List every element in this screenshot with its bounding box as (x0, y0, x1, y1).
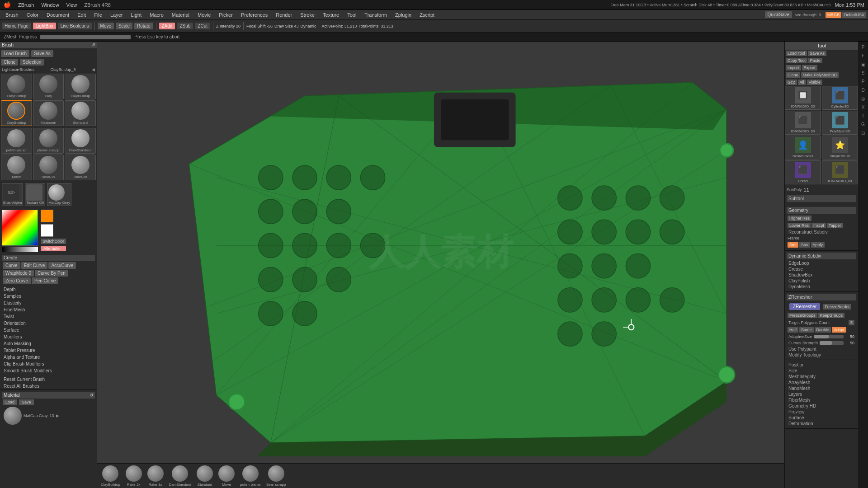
brush-planar[interactable]: planar-scrapp (33, 128, 64, 154)
live-booleans-tab[interactable]: Live Booleans (58, 23, 92, 29)
nav-solo-icon[interactable]: ◎ (860, 95, 866, 103)
save-as-tool-btn[interactable]: Save As (808, 51, 826, 56)
wrapmode-btn[interactable]: WrapMode 0 (3, 270, 34, 277)
canvas-area[interactable]: 人人素材 ClayBuildup Rake-2x Rake-3x (97, 42, 784, 488)
switch-color-btn[interactable]: SwitchColor (41, 239, 66, 244)
menu-light[interactable]: Light (127, 11, 145, 19)
zremesher-section-title[interactable]: ZRemesher (787, 294, 856, 300)
meshintegrity-item[interactable]: MeshIntegrity (787, 374, 856, 380)
menu-brush[interactable]: Brush (2, 11, 22, 19)
curve-btn[interactable]: Curve (3, 262, 20, 269)
crease-item[interactable]: Crease (787, 266, 856, 272)
claypolish-item[interactable]: ClayPolish (787, 278, 856, 284)
adaptive-size-slider[interactable] (814, 335, 844, 338)
move-btn[interactable]: Move (98, 23, 114, 29)
size-item[interactable]: Size (787, 368, 856, 374)
make-polymesh-btn[interactable]: Make PolyMesh3D (801, 72, 839, 78)
menu-texture[interactable]: Texture (319, 11, 343, 19)
brush-clay[interactable]: Clay (33, 74, 64, 99)
load-btn[interactable]: Load (3, 399, 17, 405)
position-item[interactable]: Position (787, 362, 856, 368)
brush-standard[interactable]: Standard (65, 100, 96, 126)
brush-claybuildup-2[interactable]: ClayBuildup (65, 74, 96, 99)
alpha-texture-option[interactable]: Alpha and Texture (0, 354, 97, 361)
zsub-btn[interactable]: ZSub (177, 23, 193, 29)
smooth-brush-option[interactable]: Smooth Brush Modifiers (0, 367, 97, 374)
nav-poly-icon[interactable]: P (861, 78, 866, 85)
arraymesh-item[interactable]: ArrayMesh (787, 380, 856, 385)
menu-zplugin[interactable]: Zplugin (392, 11, 415, 19)
double-btn[interactable]: Double (815, 327, 831, 333)
sav-btn[interactable]: Sav (799, 242, 810, 248)
twist-option[interactable]: Twist (0, 313, 97, 320)
shadowbox-item[interactable]: ShadowBox (787, 272, 856, 278)
zcut-btn[interactable]: ZCut (195, 23, 210, 29)
brush-polish[interactable]: polish-planar (1, 128, 32, 154)
dynamic-subdiv-title[interactable]: Dynamic Subdiv (787, 253, 856, 259)
brush-rake3x[interactable]: Rake-3x (65, 155, 96, 180)
import-btn[interactable]: Import (786, 65, 801, 70)
brush-collapse[interactable]: ◀ (92, 67, 95, 72)
clip-brush-option[interactable]: Clip Brush Modifiers (0, 361, 97, 367)
quicksave-button[interactable]: QuickSave (765, 11, 792, 18)
menu-render[interactable]: Render (272, 11, 296, 19)
menu-tool[interactable]: Tool (344, 11, 360, 19)
bottom-brush-damstandard[interactable]: DamStandard (169, 465, 191, 487)
matcap-arrow[interactable]: ▶ (56, 413, 59, 418)
keep-groups-btn[interactable]: KeepGroups (818, 313, 845, 318)
tapper-btn[interactable]: Tapper (827, 223, 843, 228)
apply-btn[interactable]: Apply (811, 242, 825, 248)
clone-tool-btn[interactable]: Clone (786, 72, 800, 78)
modify-topology-item[interactable]: Modify Topology (787, 352, 856, 358)
bottom-brush-rake3x[interactable]: Rake-3x (147, 465, 164, 487)
primary-color[interactable] (41, 210, 53, 222)
edit-curve-btn[interactable]: Edit Curve (21, 262, 48, 269)
matcap-ball[interactable] (4, 407, 22, 425)
adapt-btn[interactable]: Adapt (832, 327, 846, 333)
smt-btn[interactable]: Smt (788, 242, 798, 248)
nav-transp-icon[interactable]: T (861, 112, 865, 120)
create-header[interactable]: Create (2, 255, 95, 261)
nav-perspective-icon[interactable]: P (861, 43, 866, 51)
brush-move[interactable]: Move (1, 155, 32, 180)
menu-color[interactable]: Color (23, 11, 42, 19)
viewport-canvas[interactable] (97, 42, 784, 463)
brush-claybuildup-selected[interactable]: ClayBuildup (1, 100, 32, 126)
elasticity-option[interactable]: Elasticity (0, 300, 97, 306)
window-menu[interactable]: Window (41, 2, 59, 8)
orientation-option[interactable]: Orientation (0, 320, 97, 327)
tool-polymesh3d[interactable]: ⬛ PolyMesh3D (822, 111, 858, 135)
samples-option[interactable]: Samples (0, 293, 97, 300)
nav-frame-icon[interactable]: ▣ (860, 61, 866, 68)
brush-rake2x[interactable]: Rake-2x (33, 155, 64, 180)
selection-btn[interactable]: Selection (20, 59, 44, 66)
menu-preferences[interactable]: Preferences (237, 11, 271, 19)
fibermesh-right-item[interactable]: FiberMesh (787, 397, 856, 403)
app-name[interactable]: ZBrush (18, 2, 34, 8)
freeze-border-btn[interactable]: FreezeBorder (823, 304, 851, 310)
paste-btn[interactable]: Paste (808, 58, 822, 63)
tool-cylinder[interactable]: ⬛ Cylinder3D (822, 86, 858, 110)
copy-tool-btn[interactable]: Copy Tool (786, 58, 807, 63)
load-brush-btn[interactable]: Load Brush (1, 50, 29, 57)
lower-res-btn[interactable]: Lower Res (788, 223, 811, 228)
menu-material[interactable]: Material (168, 11, 193, 19)
clone-btn[interactable]: Clone (1, 59, 18, 66)
curve-by-pen-btn[interactable]: Curve By Pen (35, 270, 68, 277)
tablet-pressure-option[interactable]: Tablet Pressure (0, 347, 97, 354)
color-picker[interactable] (2, 210, 38, 246)
reconstruct-subdiv-item[interactable]: Reconstruct Subdiv (787, 229, 856, 235)
bottom-brush-claybuildup[interactable]: ClayBuildup (101, 465, 120, 487)
deformation-item[interactable]: Deformation (787, 421, 856, 427)
export-btn[interactable]: Export (802, 65, 817, 70)
subtool-title[interactable]: Subtool (787, 195, 856, 202)
reset-all-option[interactable]: Reset All Brushes (0, 383, 97, 389)
tool-ionradio-2[interactable]: ⬛ IONRADIO_00 (822, 160, 858, 184)
save-btn[interactable]: Save (19, 399, 34, 405)
bottom-brush-polish[interactable]: polish-planar (240, 465, 261, 487)
inscript-btn[interactable]: Inscpt (811, 223, 826, 228)
bottom-brush-standard[interactable]: Standard (197, 465, 213, 487)
geometryhd-item[interactable]: Geometry HD (787, 403, 856, 409)
surface-option[interactable]: Surface (0, 327, 97, 333)
bottom-brush-move[interactable]: Move (218, 465, 235, 487)
